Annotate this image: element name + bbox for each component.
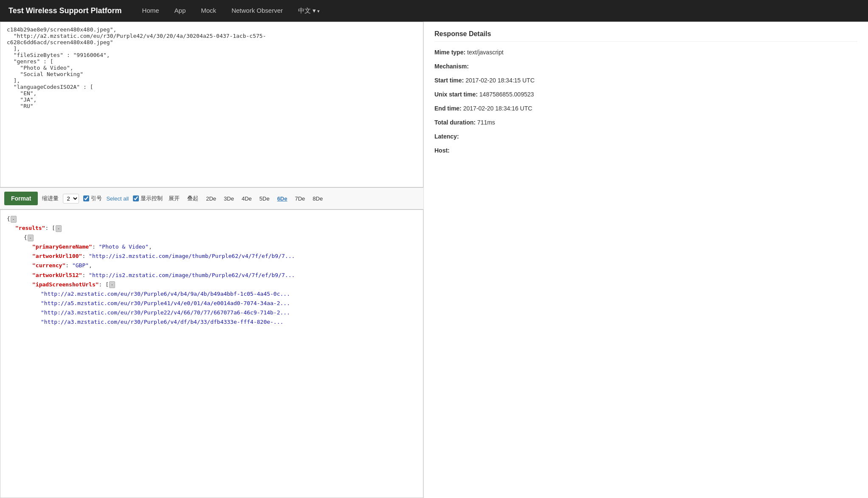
de6-button[interactable]: 6De bbox=[276, 195, 289, 203]
json-ipad-url-1: "http://a2.mzstatic.com/eu/r30/Purple6/v… bbox=[41, 289, 417, 299]
response-title: Response Details bbox=[434, 30, 857, 42]
host-label: Host: bbox=[434, 147, 450, 154]
meta-mechanism: Mechanism: bbox=[434, 62, 857, 71]
meta-mime-type: Mime type: text/javascript bbox=[434, 48, 857, 57]
nav-link-app[interactable]: App bbox=[167, 0, 194, 21]
json-results-key: "results": [- bbox=[15, 224, 417, 233]
left-panel: c184b29ae8e9/screen480x480.jpeg", "http:… bbox=[0, 22, 423, 498]
json-artwork-url512: "artworkUrl512": "http://is2.mzstatic.co… bbox=[32, 271, 417, 280]
json-viewer: {- "results": [- {- "primaryGenreName": … bbox=[0, 209, 423, 498]
total-duration-label: Total duration: bbox=[434, 119, 477, 126]
format-button[interactable]: Format bbox=[4, 192, 38, 205]
meta-total-duration: Total duration: 711ms bbox=[434, 118, 857, 127]
show-control-checkbox-group[interactable]: 显示控制 bbox=[133, 195, 163, 202]
de8-button[interactable]: 8De bbox=[311, 195, 324, 203]
nav-link-network-observer[interactable]: Network Observer bbox=[224, 0, 290, 21]
quote-checkbox[interactable] bbox=[83, 195, 89, 201]
nav-item-network-observer[interactable]: Network Observer bbox=[224, 0, 290, 22]
latency-label: Latency: bbox=[434, 133, 459, 140]
right-panel: Response Details Mime type: text/javascr… bbox=[423, 22, 868, 498]
json-currency: "currency": "GBP", bbox=[32, 261, 417, 270]
toolbar: Format 缩进量 1 2 3 4 引号 Select all 显示控制 展开… bbox=[0, 187, 423, 209]
expand-button[interactable]: 展开 bbox=[167, 194, 181, 203]
unix-start-time-label: Unix start time: bbox=[434, 91, 479, 98]
unix-start-time-value: 1487586855.009523 bbox=[479, 91, 534, 98]
main-container: c184b29ae8e9/screen480x480.jpeg", "http:… bbox=[0, 22, 868, 498]
show-control-checkbox[interactable] bbox=[133, 195, 139, 201]
de5-button[interactable]: 5De bbox=[258, 195, 271, 203]
de7-button[interactable]: 7De bbox=[293, 195, 307, 203]
results-collapse-icon[interactable]: - bbox=[56, 225, 62, 232]
json-ipad-url-2: "http://a5.mzstatic.com/eu/r30/Purple41/… bbox=[41, 299, 417, 308]
nav-link-chinese[interactable]: 中文 ▾ bbox=[290, 0, 327, 22]
json-ipad-url-4: "http://a3.mzstatic.com/eu/r30/Purple6/v… bbox=[41, 317, 417, 327]
json-ipad-screenshot-urls: "ipadScreenshotUrls": [- bbox=[32, 280, 417, 289]
indent-select[interactable]: 1 2 3 4 bbox=[63, 194, 79, 204]
nav-item-mock[interactable]: Mock bbox=[193, 0, 224, 22]
mechanism-label: Mechanism: bbox=[434, 63, 469, 70]
mime-type-value: text/javascript bbox=[467, 49, 504, 56]
navbar-nav: Home App Mock Network Observer 中文 ▾ bbox=[135, 0, 328, 22]
start-time-value: 2017-02-20 18:34:15 UTC bbox=[465, 77, 535, 84]
meta-latency: Latency: bbox=[434, 132, 857, 141]
total-duration-value: 711ms bbox=[477, 119, 495, 126]
quote-checkbox-group[interactable]: 引号 bbox=[83, 195, 102, 202]
quote-label: 引号 bbox=[91, 195, 102, 202]
meta-start-time: Start time: 2017-02-20 18:34:15 UTC bbox=[434, 76, 857, 85]
de3-button[interactable]: 3De bbox=[222, 195, 236, 203]
json-root-brace: {- bbox=[7, 214, 417, 224]
de4-button[interactable]: 4De bbox=[240, 195, 254, 203]
json-ipad-url-3: "http://a3.mzstatic.com/eu/r30/Purple22/… bbox=[41, 308, 417, 317]
ipad-collapse-icon[interactable]: - bbox=[109, 281, 115, 288]
start-time-label: Start time: bbox=[434, 77, 465, 84]
json-artwork-url100: "artworkUrl100": "http://is2.mzstatic.co… bbox=[32, 252, 417, 261]
meta-end-time: End time: 2017-02-20 18:34:16 UTC bbox=[434, 104, 857, 113]
mime-type-label: Mime type: bbox=[434, 49, 467, 56]
nav-item-app[interactable]: App bbox=[167, 0, 194, 22]
de2-button[interactable]: 2De bbox=[204, 195, 218, 203]
indent-label: 缩进量 bbox=[42, 195, 59, 202]
item-collapse-icon[interactable]: - bbox=[28, 235, 34, 241]
json-item-brace: {- bbox=[24, 233, 417, 242]
nav-link-mock[interactable]: Mock bbox=[193, 0, 224, 21]
end-time-value: 2017-02-20 18:34:16 UTC bbox=[463, 105, 533, 112]
json-primary-genre: "primaryGenreName": "Photo & Video", bbox=[32, 242, 417, 252]
select-all-link[interactable]: Select all bbox=[106, 195, 129, 202]
meta-unix-start-time: Unix start time: 1487586855.009523 bbox=[434, 90, 857, 99]
show-control-label: 显示控制 bbox=[141, 195, 163, 202]
nav-link-home[interactable]: Home bbox=[135, 0, 167, 21]
collapse-button[interactable]: 叠起 bbox=[186, 194, 200, 203]
code-editor[interactable]: c184b29ae8e9/screen480x480.jpeg", "http:… bbox=[0, 22, 423, 187]
nav-item-chinese[interactable]: 中文 ▾ bbox=[290, 0, 327, 22]
end-time-label: End time: bbox=[434, 105, 463, 112]
navbar-brand: Test Wireless Support Platform bbox=[8, 6, 122, 15]
root-collapse-icon[interactable]: - bbox=[11, 216, 17, 223]
nav-item-home[interactable]: Home bbox=[135, 0, 167, 22]
meta-host: Host: bbox=[434, 146, 857, 155]
navbar: Test Wireless Support Platform Home App … bbox=[0, 0, 868, 22]
